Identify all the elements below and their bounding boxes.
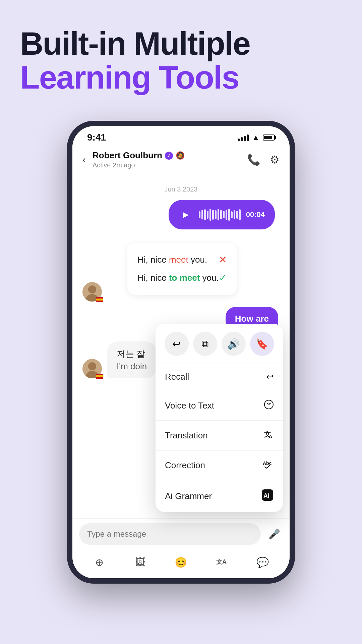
signal-icon: [238, 134, 249, 141]
correct-word: to meet: [169, 273, 200, 283]
back-button[interactable]: ‹: [82, 154, 86, 165]
svg-point-1: [88, 285, 96, 293]
date-divider: Jun 3 2023: [80, 185, 282, 193]
call-button[interactable]: 📞: [247, 153, 260, 166]
voice-duration: 00:04: [246, 210, 265, 219]
emoji-button[interactable]: 😊: [172, 553, 190, 572]
svg-point-7: [268, 403, 269, 405]
menu-icons-row: ↩ ⧉ 🔊 🔖: [156, 324, 283, 363]
bottom-icons-row: ⊕ 🖼 😊 文A 💬: [72, 549, 290, 578]
recall-label: Recall: [165, 372, 189, 382]
correction-message-row: Hi, nice meet you. ✕ Hi, nice to meet yo…: [80, 243, 282, 302]
phone-mockup: 9:41 ▲ ‹: [67, 121, 295, 617]
avatar-container: [82, 282, 103, 302]
message-input-row: 🎤: [72, 519, 290, 549]
incoming-bubble: 저는 잘 I'm doin: [107, 341, 156, 378]
volume-icon-btn[interactable]: 🔊: [222, 332, 246, 356]
svg-text:AI: AI: [263, 492, 269, 499]
voice-to-text-label: Voice to Text: [165, 400, 214, 411]
bookmark-icon-btn[interactable]: 🔖: [250, 332, 274, 356]
ai-grammer-label: Ai Grammer: [165, 491, 212, 501]
svg-text:A: A: [269, 434, 272, 439]
menu-item-translation[interactable]: Translation 文 A: [156, 421, 283, 451]
menu-item-ai-grammer[interactable]: Ai Grammer AI: [156, 480, 283, 512]
mic-button[interactable]: 🎤: [265, 525, 283, 543]
recall-menu-icon: ↩: [266, 372, 274, 382]
translation-label: Translation: [165, 430, 208, 441]
contact-status: Active 2m ago: [93, 161, 247, 169]
play-button[interactable]: ▶: [179, 207, 193, 222]
avatar-container-2: [82, 359, 103, 378]
ai-grammer-icon: AI: [261, 489, 274, 503]
waveform: [199, 209, 241, 221]
translation-icon: 文 A: [263, 429, 274, 442]
status-time: 9:41: [87, 132, 106, 143]
status-icons: ▲: [238, 133, 275, 142]
correction-card: Hi, nice meet you. ✕ Hi, nice to meet yo…: [127, 243, 237, 295]
correction-label: Correction: [165, 460, 205, 471]
wrong-word: meet: [169, 255, 188, 265]
status-bar: 9:41 ▲: [72, 126, 290, 146]
correct-icon: ✓: [219, 272, 227, 283]
contact-info: Robert Goulburn ✓ 🔕 Active 2m ago: [93, 150, 247, 169]
hero-title: Built-in Multiple Learning Tools: [20, 27, 342, 95]
menu-item-correction[interactable]: Correction Abc: [156, 451, 283, 480]
message-input[interactable]: [79, 523, 261, 545]
chat-bubble-button[interactable]: 💬: [253, 553, 272, 572]
svg-text:文A: 文A: [216, 558, 227, 565]
voice-to-text-icon: [264, 400, 274, 412]
phone-screen: 9:41 ▲ ‹: [72, 126, 290, 578]
hero-line1: Built-in Multiple: [20, 27, 342, 61]
chat-header: ‹ Robert Goulburn ✓ 🔕 Active 2m ago 📞 ⚙: [72, 146, 290, 174]
mute-icon: 🔕: [176, 151, 185, 160]
flag-badge-2: [96, 374, 103, 379]
wifi-icon: ▲: [252, 133, 259, 142]
wrong-icon: ✕: [219, 254, 227, 265]
context-menu: ↩ ⧉ 🔊 🔖 Recall ↩ Voice to Text: [156, 324, 283, 512]
correction-icon: Abc: [263, 460, 274, 471]
voice-bubble[interactable]: ▶: [169, 200, 275, 229]
svg-text:Abc: Abc: [263, 461, 272, 466]
phone-frame: 9:41 ▲ ‹: [67, 121, 295, 584]
copy-icon-btn[interactable]: ⧉: [193, 332, 217, 356]
menu-item-recall[interactable]: Recall ↩: [156, 363, 283, 391]
translate-button[interactable]: 文A: [213, 553, 231, 572]
svg-point-4: [88, 362, 96, 370]
hero-line2: Learning Tools: [20, 61, 342, 95]
recall-icon-btn[interactable]: ↩: [165, 332, 189, 356]
settings-button[interactable]: ⚙: [270, 153, 280, 166]
contact-name: Robert Goulburn ✓ 🔕: [93, 150, 247, 161]
header-actions: 📞 ⚙: [247, 153, 280, 166]
korean-text: 저는 잘: [117, 348, 147, 360]
chat-body: Jun 3 2023 ▶: [72, 174, 290, 556]
wrong-sentence: Hi, nice meet you.: [137, 255, 207, 265]
flag-badge: [96, 297, 103, 302]
add-button[interactable]: ⊕: [90, 553, 109, 572]
english-translation: I'm doin: [117, 361, 147, 372]
correct-sentence: Hi, nice to meet you.: [137, 273, 219, 283]
image-button[interactable]: 🖼: [131, 553, 149, 572]
wrong-sentence-row: Hi, nice meet you. ✕: [137, 251, 227, 269]
voice-message-row: ▶: [80, 200, 282, 237]
verified-badge: ✓: [165, 152, 173, 160]
battery-icon: [263, 135, 275, 141]
correct-sentence-row: Hi, nice to meet you. ✓: [137, 269, 227, 287]
menu-item-voice-to-text[interactable]: Voice to Text: [156, 391, 283, 421]
bottom-bar: 🎤 ⊕ 🖼 😊 文A 💬: [72, 518, 290, 578]
